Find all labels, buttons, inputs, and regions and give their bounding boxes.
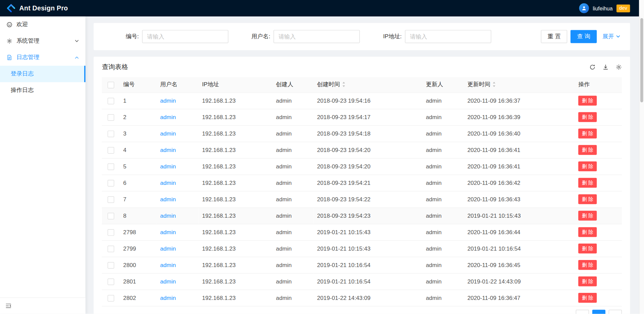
cell-creator: admin xyxy=(273,290,314,306)
username-link[interactable]: admin xyxy=(160,179,176,186)
row-checkbox[interactable] xyxy=(108,180,114,187)
expand-link[interactable]: 展开 xyxy=(602,33,620,40)
table-row: 2admin192.168.1.23admin2018-09-23 19:54:… xyxy=(102,109,622,125)
vertical-scrollbar[interactable] xyxy=(639,0,644,314)
cell-username: admin xyxy=(157,257,199,273)
cell-updated-at: 2020-11-09 16:36:47 xyxy=(464,290,575,306)
column-header-username: 用户名 xyxy=(157,77,199,92)
sidebar-item-welcome[interactable]: 欢迎 xyxy=(0,16,86,33)
settings-icon[interactable] xyxy=(616,64,622,70)
row-checkbox[interactable] xyxy=(108,278,114,285)
username-link[interactable]: admin xyxy=(160,278,176,285)
row-checkbox[interactable] xyxy=(108,229,114,236)
row-checkbox[interactable] xyxy=(108,246,114,252)
logo-area[interactable]: Ant Design Pro xyxy=(7,4,68,13)
user-avatar[interactable] xyxy=(579,3,589,13)
column-header-actions: 操作 xyxy=(575,77,622,92)
username-link[interactable]: admin xyxy=(160,130,176,137)
table-body: 1admin192.168.1.23admin2018-09-23 19:54:… xyxy=(102,93,622,306)
cell-id: 2802 xyxy=(120,290,157,306)
delete-button[interactable]: 删 除 xyxy=(578,194,597,204)
sorter-icon[interactable] xyxy=(492,82,496,87)
row-checkbox[interactable] xyxy=(108,163,114,170)
smile-icon xyxy=(7,22,12,28)
menu-fold-icon xyxy=(5,303,11,309)
row-checkbox[interactable] xyxy=(108,114,114,121)
delete-button[interactable]: 删 除 xyxy=(578,293,597,303)
username-link[interactable]: admin xyxy=(160,212,176,219)
filter-input-username[interactable] xyxy=(274,30,360,43)
row-checkbox[interactable] xyxy=(108,295,114,302)
sidebar-item-logs[interactable]: 日志管理 xyxy=(0,49,86,66)
delete-button[interactable]: 删 除 xyxy=(578,276,597,286)
filter-input-id[interactable] xyxy=(142,30,228,43)
delete-button[interactable]: 删 除 xyxy=(578,227,597,237)
delete-button[interactable]: 删 除 xyxy=(578,178,597,188)
username-link[interactable]: admin xyxy=(160,262,176,268)
sorter-icon[interactable] xyxy=(342,82,345,87)
delete-button[interactable]: 删 除 xyxy=(578,145,597,155)
row-checkbox[interactable] xyxy=(108,262,114,269)
username-text[interactable]: liufeihua xyxy=(593,5,612,11)
reset-button[interactable]: 重 置 xyxy=(541,30,567,43)
cell-updated-at: 2020-11-09 16:36:45 xyxy=(464,257,575,273)
cell-updated-at: 2020-11-09 16:36:37 xyxy=(464,93,575,109)
username-link[interactable]: admin xyxy=(160,196,176,203)
delete-button[interactable]: 删 除 xyxy=(578,244,597,253)
delete-button[interactable]: 删 除 xyxy=(578,161,597,171)
search-button[interactable]: 查 询 xyxy=(571,30,597,43)
cell-created-at: 2018-09-23 19:54:20 xyxy=(314,158,423,174)
username-link[interactable]: admin xyxy=(160,97,176,104)
username-link[interactable]: admin xyxy=(160,147,176,153)
filter-input-ip[interactable] xyxy=(405,30,491,43)
cell-updated-at: 2019-01-22 14:43:09 xyxy=(464,273,575,290)
cell-created-at: 2019-01-21 10:16:54 xyxy=(314,257,423,273)
search-form-card: 编号:用户名:IP地址: 重 置 查 询 展开 xyxy=(94,23,630,50)
content-area: 编号:用户名:IP地址: 重 置 查 询 展开 查询表格 xyxy=(86,16,639,314)
filter-actions: 重 置 查 询 展开 xyxy=(541,30,620,43)
cell-username: admin xyxy=(157,125,199,142)
table-row: 4admin192.168.1.23admin2018-09-23 19:54:… xyxy=(102,142,622,158)
cell-created-at: 2018-09-23 19:54:18 xyxy=(314,125,423,142)
sidebar-item-login-log[interactable]: 登录日志 xyxy=(0,66,86,82)
row-checkbox[interactable] xyxy=(108,130,114,137)
username-link[interactable]: admin xyxy=(160,295,176,301)
sidebar-item-operation-log[interactable]: 操作日志 xyxy=(0,82,86,99)
sidebar-collapse-trigger[interactable] xyxy=(0,298,86,314)
row-checkbox[interactable] xyxy=(108,147,114,154)
username-link[interactable]: admin xyxy=(160,163,176,170)
cell-created-at: 2019-01-21 10:15:43 xyxy=(314,224,423,240)
cell-creator: admin xyxy=(273,257,314,273)
row-checkbox[interactable] xyxy=(108,213,114,219)
cell-created-at: 2018-09-23 19:54:16 xyxy=(314,93,423,109)
cell-actions: 删 除 xyxy=(575,142,622,158)
column-header-updated_at[interactable]: 更新时间 xyxy=(464,77,575,92)
delete-button[interactable]: 删 除 xyxy=(578,128,597,138)
delete-button[interactable]: 删 除 xyxy=(578,112,597,122)
select-all-checkbox[interactable] xyxy=(108,82,114,89)
cell-updater: admin xyxy=(423,207,464,224)
pagination-prev[interactable]: ‹ xyxy=(576,310,589,314)
username-link[interactable]: admin xyxy=(160,229,176,235)
delete-button[interactable]: 删 除 xyxy=(578,96,597,105)
filter-field-id: 编号: xyxy=(104,30,228,43)
download-icon[interactable] xyxy=(602,64,608,70)
chevron-up-icon xyxy=(75,55,79,59)
table-row: 2801admin192.168.1.23admin2019-01-21 10:… xyxy=(102,273,622,290)
scrollbar-thumb[interactable] xyxy=(640,18,643,102)
cell-id: 2 xyxy=(120,109,157,125)
cell-ip: 192.168.1.23 xyxy=(199,290,273,306)
column-header-created_at[interactable]: 创建时间 xyxy=(314,77,423,92)
row-checkbox[interactable] xyxy=(108,98,114,104)
username-link[interactable]: admin xyxy=(160,114,176,120)
delete-button[interactable]: 删 除 xyxy=(578,260,597,270)
pagination-next[interactable]: › xyxy=(609,310,622,314)
cell-updater: admin xyxy=(423,174,464,191)
delete-button[interactable]: 删 除 xyxy=(578,211,597,220)
cell-actions: 删 除 xyxy=(575,109,622,125)
pagination-page[interactable]: 1 xyxy=(592,310,605,314)
row-checkbox[interactable] xyxy=(108,196,114,203)
reload-icon[interactable] xyxy=(589,64,595,70)
sidebar-item-system[interactable]: 系统管理 xyxy=(0,33,86,49)
username-link[interactable]: admin xyxy=(160,245,176,252)
